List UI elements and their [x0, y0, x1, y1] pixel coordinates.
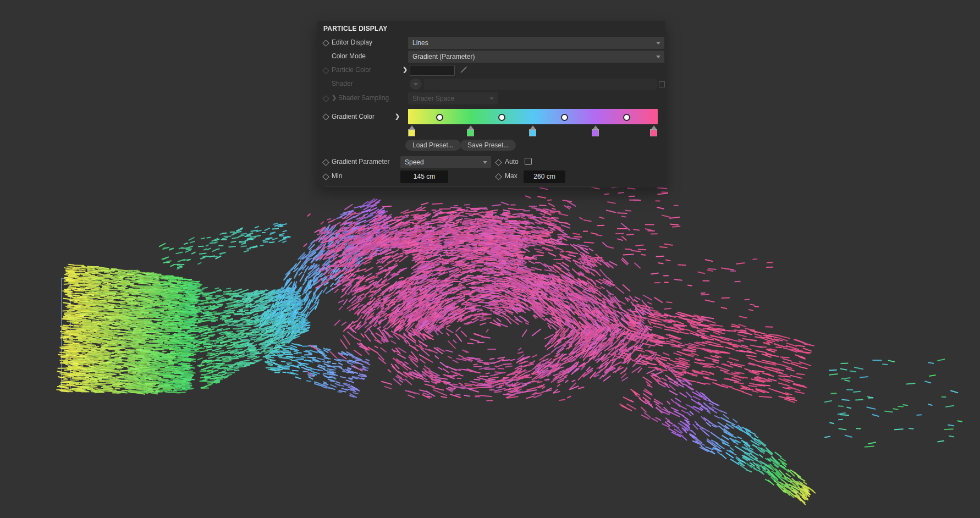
gradient-knot-pointer-icon — [651, 125, 657, 129]
editor-viewport: PARTICLE DISPLAY Editor Display Lines Co… — [0, 0, 980, 518]
chevron-down-icon — [656, 42, 660, 45]
panel-title: PARTICLE DISPLAY — [323, 25, 388, 32]
row-shader: Shader — [317, 78, 665, 90]
particle-color-swatch — [410, 65, 455, 76]
row-particle-color: Particle Color ❯ — [317, 64, 665, 76]
panel-bottom-groove — [325, 184, 596, 186]
keyframe-diamond-icon[interactable] — [322, 40, 329, 47]
gradient-knot-row — [408, 125, 658, 136]
gradient-color-label: Gradient Color — [332, 113, 375, 120]
shader-label: Shader — [332, 80, 353, 87]
gradient-knot[interactable] — [467, 129, 474, 136]
shader-field — [424, 79, 657, 90]
gradient-parameter-label: Gradient Parameter — [332, 158, 389, 166]
editor-display-value: Lines — [412, 39, 428, 47]
min-input[interactable]: 145 cm — [400, 170, 448, 183]
max-label: Max — [505, 172, 517, 180]
row-color-mode: Color Mode Gradient (Parameter) — [317, 51, 665, 63]
shader-link-icon — [659, 81, 665, 87]
keyframe-diamond-icon[interactable] — [322, 159, 329, 166]
row-shader-sampling: ❯ Shader Sampling Shader Space — [317, 92, 665, 104]
load-preset-button[interactable]: Load Preset... — [405, 140, 461, 151]
chevron-down-icon — [656, 56, 660, 58]
keyframe-diamond-icon — [322, 95, 329, 102]
row-presets: Load Preset... Save Preset... — [317, 140, 665, 151]
gradient-knot[interactable] — [529, 129, 536, 136]
gradient-bias-handle[interactable] — [436, 114, 443, 121]
chevron-down-icon — [483, 161, 487, 164]
keyframe-diamond-icon[interactable] — [322, 113, 329, 120]
row-gradient-parameter: Gradient Parameter Speed Auto — [317, 156, 665, 168]
chevron-down-icon — [414, 83, 418, 86]
gradient-bias-handle[interactable] — [498, 114, 505, 121]
row-min-max: Min 145 cm Max 260 cm — [317, 170, 665, 183]
keyframe-diamond-icon[interactable] — [495, 159, 502, 166]
expand-chevron-icon: ❯ — [403, 66, 408, 73]
keyframe-diamond-icon[interactable] — [322, 173, 329, 180]
auto-checkbox[interactable] — [525, 158, 532, 165]
gradient-bar[interactable] — [408, 109, 658, 124]
expand-chevron-icon: ❯ — [332, 94, 337, 101]
gradient-knot-pointer-icon — [468, 125, 474, 129]
gradient-bias-handle[interactable] — [561, 114, 568, 121]
particle-color-label: Particle Color — [332, 66, 371, 74]
eyedropper-icon — [459, 65, 468, 76]
min-label: Min — [332, 172, 342, 180]
gradient-knot-pointer-icon — [409, 125, 415, 129]
max-input[interactable]: 260 cm — [524, 170, 565, 183]
gradient-parameter-value: Speed — [405, 158, 424, 166]
gradient-bias-handle[interactable] — [623, 114, 630, 121]
gradient-parameter-dropdown[interactable]: Speed — [400, 156, 491, 168]
color-mode-value: Gradient (Parameter) — [412, 53, 475, 60]
shader-sampling-dropdown: Shader Space — [408, 92, 498, 104]
shader-menu-button — [410, 79, 422, 90]
editor-display-label: Editor Display — [332, 38, 372, 46]
keyframe-diamond-icon[interactable] — [495, 173, 502, 180]
keyframe-diamond-icon — [322, 67, 329, 74]
expand-chevron-icon[interactable]: ❯ — [395, 113, 400, 120]
gradient-knot[interactable] — [650, 129, 657, 136]
shader-sampling-value: Shader Space — [412, 95, 454, 102]
gradient-knot[interactable] — [592, 129, 599, 136]
particle-display-panel: PARTICLE DISPLAY Editor Display Lines Co… — [317, 21, 665, 188]
auto-label: Auto — [505, 158, 519, 166]
shader-sampling-label: Shader Sampling — [338, 94, 389, 102]
gradient-knot[interactable] — [408, 129, 415, 136]
color-mode-label: Color Mode — [332, 52, 366, 60]
color-mode-dropdown[interactable]: Gradient (Parameter) — [408, 51, 664, 63]
gradient-knot-pointer-icon — [530, 125, 536, 129]
gradient-knot-pointer-icon — [593, 125, 598, 129]
row-editor-display: Editor Display Lines — [317, 37, 665, 49]
chevron-down-icon — [489, 97, 494, 100]
save-preset-button[interactable]: Save Preset... — [460, 140, 516, 151]
editor-display-dropdown[interactable]: Lines — [408, 37, 664, 49]
